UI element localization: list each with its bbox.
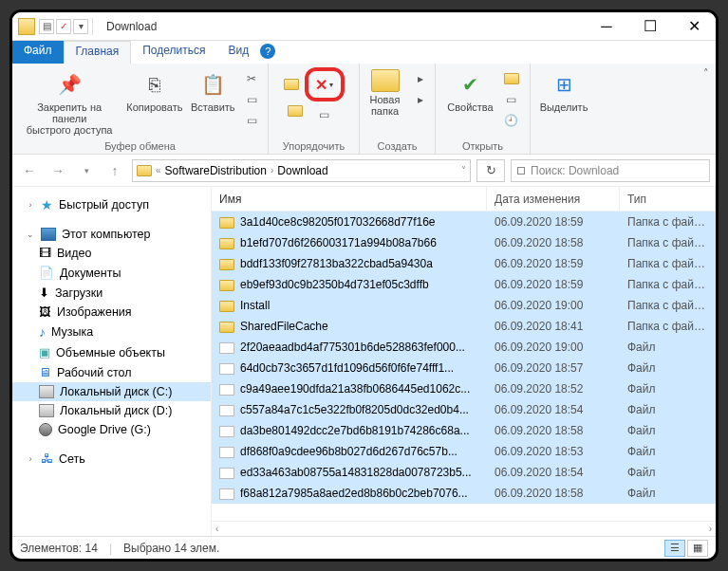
select-button[interactable]: ⊞ Выделить	[536, 67, 592, 115]
nav-pictures[interactable]: 🖼Изображения	[12, 303, 211, 322]
nav-downloads[interactable]: ⬇Загрузки	[12, 283, 211, 303]
easy-access-button[interactable]: ▸	[410, 90, 431, 109]
back-button[interactable]: ←	[18, 159, 41, 182]
organize-group-label: Упорядочить	[283, 138, 345, 152]
collapse-ribbon-button[interactable]: ˄	[697, 64, 716, 154]
column-modified[interactable]: Дата изменения	[487, 187, 620, 211]
column-headers[interactable]: Имя Дата изменения Тип	[212, 187, 716, 212]
table-row[interactable]: 2f20aeaadbd4af775301b6de528863fef000...0…	[212, 337, 716, 358]
table-row[interactable]: da3be801492dcc2e7bd6b8191b74286c68a...06…	[212, 420, 716, 441]
table-row[interactable]: 3a1d40ce8c98205f017032668d77f16e06.09.20…	[212, 212, 716, 232]
table-row[interactable]: b1efd707d6f266003171a994b08a7b6606.09.20…	[212, 232, 716, 253]
file-icon	[219, 342, 234, 354]
tab-home[interactable]: Главная	[64, 41, 132, 64]
column-type[interactable]: Тип	[620, 187, 716, 211]
nav-quick-access[interactable]: ›★Быстрый доступ	[12, 194, 211, 215]
file-icon	[219, 426, 234, 437]
nav-documents[interactable]: 📄Документы	[12, 263, 211, 283]
pictures-icon: 🖼	[39, 305, 51, 319]
close-button[interactable]: ✕	[672, 12, 716, 41]
minimize-button[interactable]: ─	[585, 12, 628, 41]
table-row[interactable]: bddf133f09f27813ba322cbad5a9430a06.09.20…	[212, 253, 716, 274]
horizontal-scrollbar[interactable]: ‹›	[212, 521, 716, 536]
table-row[interactable]: c9a49aee190dfda21a38fb0686445ed1062c...0…	[212, 378, 716, 399]
properties-label: Свойства	[447, 101, 493, 113]
desktop-icon: 🖥	[39, 365, 51, 379]
copy-to-icon[interactable]	[288, 105, 303, 117]
address-box[interactable]: « SoftwareDistribution › Download ˅	[132, 159, 471, 182]
copy-icon: ⎘	[140, 69, 170, 100]
table-row[interactable]: SharedFileCache06.09.2020 18:41Папка с ф…	[212, 316, 716, 337]
tab-file[interactable]: Файл	[12, 41, 64, 64]
quick-access-toolbar: ▤ ✓ ▾	[39, 19, 88, 34]
breadcrumb-item[interactable]: SoftwareDistribution	[165, 164, 267, 177]
nav-this-pc[interactable]: ⌄Этот компьютер	[12, 225, 211, 244]
nav-desktop[interactable]: 🖥Рабочий стол	[12, 362, 211, 382]
paste-button[interactable]: 📋 Вставить	[188, 67, 237, 115]
pc-icon	[41, 228, 56, 241]
nav-video[interactable]: 🎞Видео	[12, 244, 211, 263]
pin-button[interactable]: 📌 Закрепить на панели быстрого доступа	[18, 67, 121, 138]
tab-view[interactable]: Вид	[216, 41, 260, 64]
nav-drive-d[interactable]: Локальный диск (D:)	[12, 401, 211, 420]
nav-drive-g[interactable]: Google Drive (G:)	[12, 420, 211, 439]
forward-button[interactable]: →	[47, 159, 69, 182]
table-row[interactable]: f68a812a7985a8aed2ed8b86b0c2beb7076...06…	[212, 483, 716, 504]
up-button[interactable]: ↑	[103, 159, 126, 182]
nav-music[interactable]: ♪Музыка	[12, 322, 211, 342]
delete-button[interactable]: ✕ ▾	[305, 67, 345, 101]
edit-button[interactable]: ▭	[501, 90, 522, 109]
column-name[interactable]: Имя	[212, 187, 487, 211]
table-row[interactable]: df868f0a9cdee96b8b027d6d267d76c57b...06.…	[212, 441, 716, 462]
folder-icon	[219, 280, 234, 291]
copy-path-button[interactable]: ▭	[241, 90, 262, 109]
ribbon-tabs: Файл Главная Поделиться Вид ?	[12, 41, 716, 64]
open-button[interactable]	[501, 69, 522, 88]
refresh-button[interactable]: ↻	[476, 159, 505, 182]
downloads-icon: ⬇	[39, 286, 49, 300]
details-view-button[interactable]: ☰	[664, 540, 685, 557]
search-box[interactable]: Поиск: Download	[511, 159, 710, 182]
file-icon	[219, 488, 234, 500]
cube-icon: ▣	[39, 345, 50, 359]
address-bar: ← → ▾ ↑ « SoftwareDistribution › Downloa…	[12, 155, 716, 187]
ribbon: 📌 Закрепить на панели быстрого доступа ⎘…	[12, 64, 716, 155]
breadcrumb-item[interactable]: Download	[277, 164, 327, 177]
table-row[interactable]: ed33a463ab08755a14831828da0078723b5...06…	[212, 462, 716, 483]
move-to-icon[interactable]	[284, 79, 299, 90]
paste-label: Вставить	[191, 101, 235, 113]
help-icon[interactable]: ?	[260, 44, 275, 59]
new-item-button[interactable]: ▸	[410, 69, 431, 88]
pin-icon: 📌	[54, 69, 84, 100]
properties-button[interactable]: ✔ Свойства	[443, 67, 496, 115]
maximize-button[interactable]: ☐	[628, 12, 672, 41]
nav-drive-c[interactable]: Локальный диск (C:)	[12, 382, 211, 401]
qat-button[interactable]: ▤	[39, 19, 54, 34]
recent-dropdown[interactable]: ▾	[75, 159, 98, 182]
nav-network[interactable]: ›🖧Сеть	[12, 449, 211, 469]
new-folder-label: Новая папка	[370, 94, 401, 117]
history-button[interactable]: 🕘	[501, 111, 522, 130]
nav-3d-objects[interactable]: ▣Объемные объекты	[12, 342, 211, 362]
address-dropdown-icon[interactable]: ˅	[461, 165, 466, 175]
table-row[interactable]: 64d0cb73c3657d1fd1096d56f0f6fe74fff1...0…	[212, 358, 716, 378]
copy-button[interactable]: ⎘ Копировать	[124, 67, 184, 115]
paste-shortcut-button[interactable]: ▭	[241, 111, 262, 130]
cut-button[interactable]: ✂	[241, 69, 262, 88]
tab-share[interactable]: Поделиться	[131, 41, 216, 64]
table-row[interactable]: c557a84a7c1c5e322fb0f8205d0dc32ed0b4...0…	[212, 399, 716, 420]
table-row[interactable]: Install06.09.2020 19:00Папка с файлами	[212, 295, 716, 316]
paste-icon: 📋	[197, 69, 228, 100]
rename-button[interactable]: ▭	[308, 105, 341, 124]
address-folder-icon	[137, 165, 152, 176]
file-icon	[219, 447, 234, 458]
search-placeholder: Поиск: Download	[531, 164, 619, 177]
large-icons-view-button[interactable]: ▦	[687, 540, 708, 557]
qat-dropdown[interactable]: ▾	[73, 19, 88, 34]
qat-button[interactable]: ✓	[56, 19, 71, 34]
drive-icon	[39, 404, 54, 417]
folder-icon	[219, 217, 234, 229]
table-row[interactable]: eb9ef93d0c9b2350b4d731ef05c3dffb06.09.20…	[212, 274, 716, 295]
new-folder-button[interactable]: Новая папка	[364, 67, 406, 119]
file-icon	[219, 384, 234, 396]
